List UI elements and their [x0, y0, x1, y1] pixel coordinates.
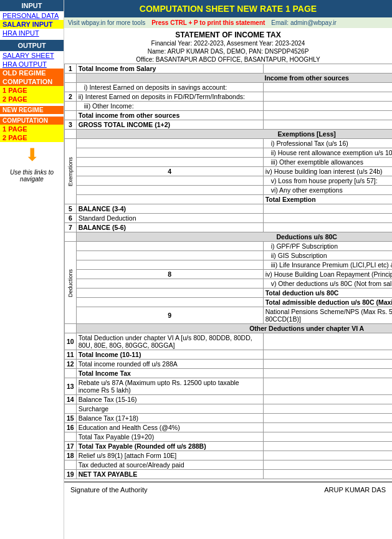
row-label: ii) House rent allowance exemption u/s 1… — [263, 148, 392, 158]
row-number: 5 — [65, 204, 77, 214]
row-label: i) Professional Tax (u/s 16) — [263, 139, 392, 148]
row-label: iii) Other exemptible allowances — [263, 158, 392, 167]
main-table: 1Total Income from Salary743000Income fr… — [64, 64, 392, 479]
row-label: Total income from other sources — [76, 111, 263, 120]
row-label: Tax deducted at source/Already paid — [76, 460, 263, 470]
row-number: 1 — [65, 64, 77, 74]
sidebar-old-regime: OLD REGIME — [0, 69, 64, 77]
row-label: Total Tax Payable (19+20) — [76, 432, 263, 442]
row-number: 7 — [65, 223, 77, 232]
row-label: Surcharge — [76, 404, 263, 414]
deductions-rotated-label: Deductions — [65, 242, 77, 324]
row-label: Total admissible deduction u/s 80C (Maxi… — [263, 298, 392, 307]
row-number: 15 — [65, 414, 77, 423]
sidebar-page1[interactable]: 1 PAGE — [0, 86, 64, 95]
row-number — [65, 111, 77, 120]
row-label: Total Tax Payable (Rounded off u/s 288B) — [76, 442, 263, 451]
row-number — [65, 102, 77, 111]
footer-name: ARUP KUMAR DAS — [324, 486, 386, 494]
row-label: Total Exemption — [263, 195, 392, 204]
statement-financial-year: Financial Year: 2022-2023, Assesment Yea… — [64, 39, 392, 47]
row-number — [76, 279, 263, 289]
row-number — [65, 74, 77, 83]
row-number: 6 — [65, 214, 77, 223]
navigate-arrow: ⬇ — [0, 142, 64, 168]
statement-name-pan: Name: ARUP KUMAR DAS, DEMO, PAN: DNSPDP4… — [64, 47, 392, 55]
row-number: 16 — [65, 423, 77, 432]
row-number — [76, 251, 263, 260]
row-mid-value — [263, 404, 392, 414]
email-text: Email: admin@wbpay.ir — [271, 19, 336, 26]
row-number: 19 — [65, 470, 77, 479]
sidebar-page2[interactable]: 2 PAGE — [0, 95, 64, 103]
row-mid-value — [263, 360, 392, 369]
row-label: i) GPF/PF Subscription — [263, 242, 392, 251]
row-label: Balance Tax (15-16) — [76, 395, 263, 404]
row-mid-value — [263, 460, 392, 470]
row-number — [65, 324, 77, 333]
row-number — [76, 260, 263, 270]
sidebar-salary-input[interactable]: SALARY INPUT — [0, 20, 64, 29]
row-number: 10 — [65, 333, 77, 350]
row-number — [65, 432, 77, 442]
sidebar: INPUT PERSONAL DATA SALARY INPUT HRA INP… — [0, 0, 64, 539]
sidebar-personal-data[interactable]: PERSONAL DATA — [0, 11, 64, 20]
row-label: v) Loss from house property [u/s 57]: — [263, 176, 392, 186]
sidebar-page2b[interactable]: 2 PAGE — [0, 133, 64, 142]
row-number: 2 — [65, 92, 77, 102]
sidebar-computation2: COMPUTATION — [0, 117, 64, 125]
row-label: i) Interest Earned on deposits in saving… — [76, 83, 263, 92]
sidebar-hra-input[interactable]: HRA INPUT — [0, 29, 64, 37]
row-label: iv) House Building Loan Repayment (Princ… — [263, 270, 392, 279]
row-label: Total Income from Salary — [76, 64, 263, 74]
row-mid-value: 0 — [263, 83, 392, 92]
sidebar-new-regime: NEW REGIME — [0, 106, 64, 114]
row-number — [65, 369, 77, 378]
sidebar-computation: COMPUTATION — [0, 77, 64, 86]
row-number — [76, 195, 263, 204]
row-number — [65, 232, 77, 242]
row-label: iv) House building loan interest (u/s 24… — [263, 167, 392, 176]
row-number — [76, 298, 263, 307]
main-content: COMPUTATION SHEET NEW RATE 1 PAGE Visit … — [64, 0, 392, 497]
row-number — [76, 158, 263, 167]
row-mid-value — [263, 442, 392, 451]
row-label: BALANCE (5-6) — [76, 223, 263, 232]
section-header: Income from other sources — [76, 74, 392, 83]
row-label: GROSS TOTAL INCOME (1+2) — [76, 120, 263, 130]
row-number: 9 — [76, 307, 263, 324]
row-label: Total Income (10-11) — [76, 350, 263, 360]
sidebar-salary-sheet[interactable]: SALARY SHEET — [0, 51, 64, 60]
sidebar-page1b[interactable]: 1 PAGE — [0, 125, 64, 133]
row-number: 3 — [65, 120, 77, 130]
row-mid-value — [263, 414, 392, 423]
row-number: 12 — [65, 360, 77, 369]
row-mid-value — [263, 120, 392, 130]
row-label: Total Income Tax — [76, 369, 263, 378]
input-header: INPUT — [0, 0, 64, 11]
row-number — [76, 139, 263, 148]
row-label: Relief u/s 89(1) [attach Form 10E] — [76, 451, 263, 460]
row-label: Rebate u/s 87A (Maximum upto Rs. 12500 u… — [76, 378, 263, 395]
row-mid-value — [263, 204, 392, 214]
row-label: National Pensions Scheme/NPS (Max Rs. 50… — [263, 307, 392, 324]
section-header: Deductions u/s 80C — [76, 232, 392, 242]
row-number: 8 — [76, 270, 263, 279]
page-title: COMPUTATION SHEET NEW RATE 1 PAGE — [64, 0, 392, 17]
row-label: ii) GIS Subscription — [263, 251, 392, 260]
sidebar-hra-output[interactable]: HRA OUTPUT — [0, 60, 64, 69]
press-text: Press CTRL + P to print this statement — [151, 19, 265, 26]
row-number: 18 — [65, 451, 77, 460]
row-mid-value: 0 — [263, 102, 392, 111]
row-mid-value — [263, 64, 392, 74]
row-number: 11 — [65, 350, 77, 360]
row-number — [65, 83, 77, 92]
row-label: NET TAX PAYABLE — [76, 470, 263, 479]
row-mid-value — [263, 395, 392, 404]
row-mid-value — [263, 223, 392, 232]
row-mid-value — [263, 378, 392, 395]
row-label: Total deduction u/s 80C — [263, 289, 392, 298]
row-number: 14 — [65, 395, 77, 404]
row-mid-value — [263, 451, 392, 460]
row-mid-value — [263, 333, 392, 350]
